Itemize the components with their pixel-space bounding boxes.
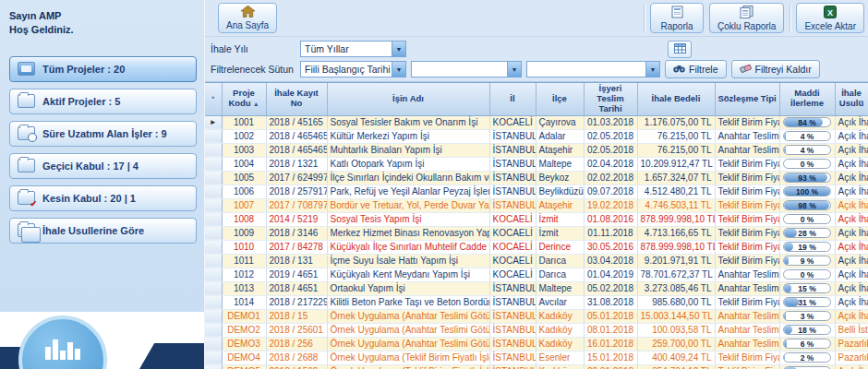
column-header-8[interactable]: Maddi İlerleme [779,83,835,115]
column-header-4[interactable]: İlçe [536,83,584,115]
column-header-7[interactable]: Sözleşme Tipi [715,83,779,115]
sidebar-item-2[interactable]: Süre Uzatımı Alan İşler : 9 [9,121,197,147]
column-chooser-button[interactable] [668,41,692,58]
grid-row-1001[interactable]: ►10012018 / 45165Sosyal Tesisler Bakım v… [205,115,868,129]
filter-operator-select[interactable]: ▼ [411,61,522,77]
cell-price: 4.512.480,21 TL [637,184,715,198]
column-header-1[interactable]: İhale Kayıt No [266,83,327,115]
grid-row-1011[interactable]: 10112018 / 131İçme Suyu İsale Hattı Yapı… [205,254,868,268]
cell-type: Teklif Birim Fiyatlı [715,364,779,369]
year-filter-select[interactable]: Tüm Yıllar ▼ [300,41,406,57]
cell-il: KOCAELİ [489,240,536,254]
grid-row-DEMO1[interactable]: DEMO12018 / 15Örnek Uygulama (Anahtar Te… [205,309,868,323]
cell-usul: Açık İhale [835,281,868,295]
column-header-6[interactable]: İhale Bedeli [637,83,715,115]
cell-il: İSTANBUL [489,364,536,369]
grid-row-1014[interactable]: 10142018 / 217229Kilitli Beton Parke Taş… [205,295,868,309]
cell-type: Anahtar Teslimi Götürü [715,337,779,351]
cell-ilce: Ataşehir [536,198,584,212]
cell-il: İSTANBUL [489,281,536,295]
home-button[interactable]: Ana Sayfa [218,3,277,33]
logo-circle [18,315,107,369]
clear-filter-button[interactable]: Filtreyi Kaldır [731,60,820,78]
filter-value-select[interactable]: ▼ [526,61,660,77]
grid-row-1007[interactable]: 10072017 / 708797Bordür ve Tretuar, Yol,… [205,198,868,212]
grid-row-1012[interactable]: 10122019 / 4651Küçükyalı Kent Meydanı Ya… [205,268,868,281]
sidebar-item-5[interactable]: İhale Usullerine Göre [9,218,197,244]
grid-row-DEMO3[interactable]: DEMO32018 / 256Örnek Uygulama (Anahtar T… [205,337,868,351]
column-filter-select[interactable]: Fiili Başlangıç Tarihi ▼ [300,61,406,77]
cell-progress: 31 % [779,295,835,309]
cell-date: 19.02.2018 [584,198,637,212]
row-indicator [205,268,222,281]
column-header-3[interactable]: İl [489,83,536,115]
cell-il: İSTANBUL [489,143,536,157]
cell-ilce: Kadıköy [536,323,584,337]
cell-progress: 93 % [779,171,835,184]
column-header-9[interactable]: İhale Usulü [835,83,868,115]
apply-filter-button[interactable]: Filtrele [665,60,727,78]
grid-row-1004[interactable]: 10042018 / 1321Katlı Otopark Yapım İşiİS… [205,157,868,171]
company-logo [0,312,204,369]
cell-no: 2018 / 217229 [266,295,327,309]
filter-row-column: Filtrelenecek Sütun Fiili Başlangıç Tari… [211,59,868,79]
cell-no: 2018 / 2688 [266,351,327,364]
cell-progress: 98 % [779,198,835,212]
grid-row-DEMO5[interactable]: DEMO52018 / 1569Örnek Uygulama (Teklif B… [205,364,868,369]
sidebar-item-1[interactable]: Aktif Projeler : 5 [9,89,197,114]
multi-report-icon [740,6,754,20]
sidebar-item-0[interactable]: Tüm Projeler : 20 [9,56,197,82]
progress-bar: 3 % [783,311,831,321]
column-header-2[interactable]: İşin Adı [327,83,489,115]
cell-type: Teklif Birim Fiyatlı [715,157,779,171]
cell-type: Anahtar Teslimi Götürü [715,143,779,157]
cell-name: Katlı Otopark Yapım İşi [327,157,489,171]
final-acceptance-icon [18,191,35,205]
grid-row-1002[interactable]: 10022018 / 465465Kültür Merkezi Yapım İş… [205,129,868,143]
cell-usul: Açık İhale [835,254,868,268]
column-header-5[interactable]: İşyeri Teslim Tarihi [584,83,637,115]
multi-report-button[interactable]: Çoklu Raporla [709,3,784,33]
sidebar-item-3[interactable]: Geçici Kabul : 17 | 4 [9,153,197,179]
cell-usul: Açık İhale [835,171,868,184]
cell-ilce: İzmit [536,212,584,226]
cell-usul: Açık İhale [835,240,868,254]
grid-row-1006[interactable]: 10062018 / 257917Park, Refüj ve Yeşil Al… [205,184,868,198]
grid-row-1010[interactable]: 10102017 / 84278Küçükyalı İlçe Sınırları… [205,240,868,254]
report-button[interactable]: Raporla [650,3,704,33]
grid-row-1009[interactable]: 10092018 / 3146Merkez Hizmet Binası Reno… [205,226,868,240]
column-header-0[interactable]: Proje Kodu▲ [222,83,266,115]
cell-date: 01.04.2019 [584,268,637,281]
row-indicator [205,157,222,171]
cell-date: 15.01.2018 [584,351,637,364]
sidebar-item-4[interactable]: Kesin Kabul : 20 | 1 [9,185,197,211]
svg-text:X: X [827,7,833,17]
clear-filter-label: Filtreyi Kaldır [755,64,812,75]
cell-date: 01.03.2018 [584,115,637,129]
cell-date: 16.01.2018 [584,337,637,351]
cell-type: Teklif Birim Fiyatlı [715,115,779,129]
cell-il: İSTANBUL [489,184,536,198]
cell-price: 354.704,12 TL [637,364,715,369]
cell-no: 2018 / 3146 [266,226,327,240]
grid-row-1005[interactable]: 10052017 / 624997İlçe Sınırları İçindeki… [205,171,868,184]
grid-row-DEMO4[interactable]: DEMO42018 / 2688Örnek Uygulama (Teklif B… [205,351,868,364]
cell-date: 09.07.2018 [584,184,637,198]
row-indicator [205,364,222,369]
grid-row-DEMO2[interactable]: DEMO22018 / 25601Örnek Uygulama (Anahtar… [205,323,868,337]
grid-row-1008[interactable]: 10082014 / 5219Sosyal Tesis Yapım İşiKOC… [205,212,868,226]
cell-code: 1014 [222,295,266,309]
table-grid-icon [674,42,686,56]
cell-date: 08.01.2018 [584,323,637,337]
grid-row-1013[interactable]: 10132018 / 4651Ortaokul Yapım İşiİSTANBU… [205,281,868,295]
cell-date: 30.05.2016 [584,240,637,254]
chevron-down-icon: ▼ [507,62,521,77]
progress-bar: 15 % [783,283,831,293]
cell-code: 1006 [222,184,266,198]
grid-row-1003[interactable]: 10032018 / 465465Muhtarlık Binaları Yapı… [205,143,868,157]
grid-body: ►10012018 / 45165Sosyal Tesisler Bakım v… [205,115,868,369]
cell-name: Kültür Merkezi Yapım İşi [327,129,489,143]
cell-name: Merkez Hizmet Binası Renovasyon Yapım İş… [327,226,489,240]
excel-export-button[interactable]: X Excele Aktar [796,3,864,33]
cell-price: 4.713.166,65 TL [637,226,715,240]
